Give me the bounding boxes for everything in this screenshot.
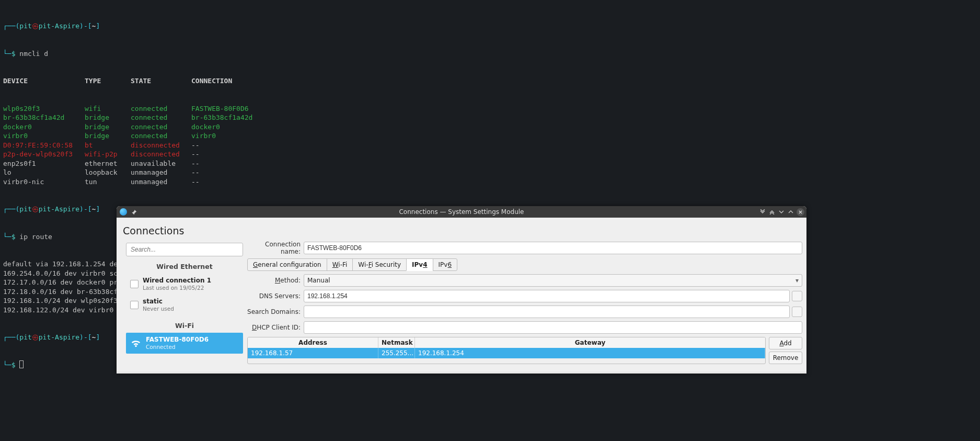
dns-add-button[interactable] (792, 291, 802, 301)
connection-item-fastweb[interactable]: FASTWEB-80F0D6 Connected (126, 333, 243, 354)
terminal-command-2: ip route (19, 233, 52, 241)
connection-subtext: Last used on 19/05/22 (143, 284, 211, 291)
terminal-command-1: nmcli d (19, 50, 48, 58)
connection-name-input[interactable] (304, 242, 802, 254)
connection-checkbox-icon (130, 280, 139, 288)
sidebar: Wired Ethernet Wired connection 1 Last u… (117, 241, 247, 371)
connection-item-static[interactable]: static Never used (126, 295, 243, 315)
ip-add-button[interactable]: Add (769, 337, 802, 349)
nmcli-row: D0:97:FE:59:C0:58btdisconnected-- (3, 141, 977, 150)
ip-table-header: Address Netmask Gateway (248, 337, 765, 348)
nmcli-row: loloopbackunmanaged-- (3, 168, 977, 177)
ip-table[interactable]: Address Netmask Gateway 192.168.1.57 255… (247, 337, 766, 364)
window-titlebar[interactable]: Connections — System Settings Module (117, 206, 806, 218)
connection-form: Connection name: GGeneral configuratione… (247, 241, 806, 371)
search-domains-input[interactable] (304, 306, 790, 318)
connection-name-label: Connection name: (247, 241, 304, 255)
nmcli-row: virbr0-nictununmanaged-- (3, 177, 977, 187)
ip-remove-button[interactable]: Remove (769, 352, 802, 364)
section-wired-ethernet: Wired Ethernet (126, 256, 243, 274)
tab-ipv6[interactable]: IPv6 (433, 258, 458, 271)
collapse-down-icon[interactable] (759, 208, 766, 216)
search-domains-add-button[interactable] (792, 307, 802, 317)
connection-name: Wired connection 1 (143, 277, 211, 284)
method-label: Method: (247, 277, 304, 284)
tab-general[interactable]: GGeneral configurationeneral configurati… (247, 258, 327, 271)
tab-wifi[interactable]: Wi-Fi (327, 258, 353, 271)
minimize-icon[interactable] (778, 208, 785, 216)
page-title: Connections (117, 218, 806, 241)
dhcp-input[interactable] (304, 321, 802, 334)
search-domains-label: Search Domains: (247, 308, 304, 315)
nmcli-row: virbr0bridgeconnectedvirbr0 (3, 131, 977, 141)
nmcli-row: docker0bridgeconnecteddocker0 (3, 122, 977, 132)
connection-checkbox-icon (130, 301, 139, 309)
nmcli-header: DEVICE TYPE STATE CONNECTION (3, 76, 977, 86)
app-icon (120, 208, 127, 216)
dns-label: DNS Servers: (247, 292, 304, 300)
tabs: GGeneral configurationeneral configurati… (247, 258, 802, 271)
maximize-icon[interactable] (787, 208, 794, 216)
dhcp-label: DHCP Client ID: (247, 324, 304, 331)
tab-wifi-security[interactable]: Wi-Fi Security (352, 258, 407, 271)
method-select[interactable]: Manual ▾ (304, 274, 802, 287)
connections-window: Connections — System Settings Module Con… (117, 206, 806, 374)
pin-icon[interactable] (130, 208, 137, 216)
section-wifi: Wi-Fi (126, 315, 243, 333)
nmcli-row: br-63b38cf1a42dbridgeconnectedbr-63b38cf… (3, 113, 977, 122)
nmcli-row: wlp0s20f3wificonnectedFASTWEB-80F0D6 (3, 104, 977, 114)
wifi-icon (130, 337, 142, 349)
close-icon[interactable] (797, 208, 804, 216)
connection-name: static (143, 298, 174, 305)
search-input[interactable] (126, 243, 243, 256)
chevron-down-icon: ▾ (795, 277, 799, 284)
collapse-up-icon[interactable] (768, 208, 776, 216)
dns-input[interactable] (304, 290, 790, 302)
connection-subtext: Connected (146, 343, 209, 350)
nmcli-row: p2p-dev-wlp0s20f3wifi-p2pdisconnected-- (3, 150, 977, 159)
terminal-cursor (19, 360, 24, 368)
ip-table-row[interactable]: 192.168.1.57 255.255... 192.168.1.254 (248, 348, 765, 358)
connection-subtext: Never used (143, 305, 174, 312)
connection-item-wired1[interactable]: Wired connection 1 Last used on 19/05/22 (126, 274, 243, 295)
tab-ipv4[interactable]: IPv4 (406, 258, 433, 271)
connection-name: FASTWEB-80F0D6 (146, 336, 209, 343)
window-title: Connections — System Settings Module (117, 208, 806, 216)
nmcli-row: enp2s0f1ethernetunavailable-- (3, 159, 977, 168)
